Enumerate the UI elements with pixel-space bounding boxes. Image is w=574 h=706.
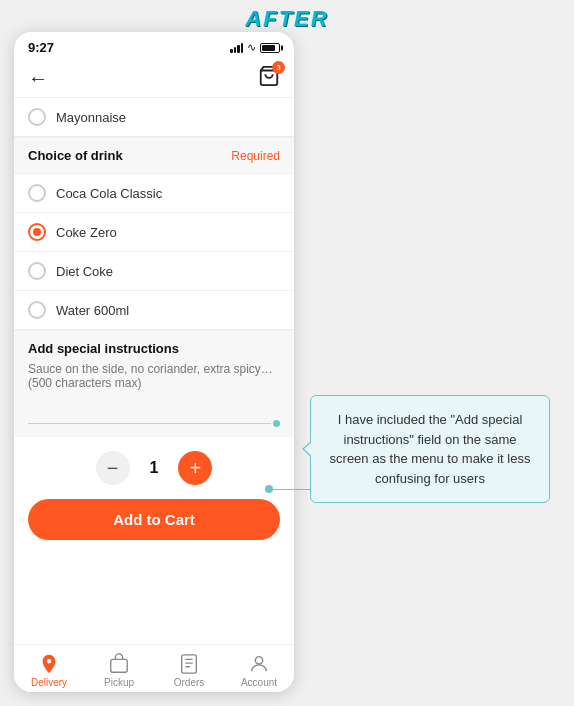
quantity-value: 1 [150,459,159,477]
mayonnaise-label: Mayonnaise [56,110,126,125]
coke-zero-label: Coke Zero [56,225,117,240]
wifi-icon: ∿ [247,41,256,54]
signal-bars-icon [230,43,243,53]
pickup-icon [108,653,130,675]
add-to-cart-button[interactable]: Add to Cart [28,499,280,540]
battery-icon [260,43,280,53]
radio-coca-cola[interactable] [28,184,46,202]
connector-line [270,489,312,490]
special-instructions-title: Add special instructions [28,341,280,356]
water-label: Water 600ml [56,303,129,318]
special-instructions-input[interactable] [28,362,280,412]
status-bar: 9:27 ∿ [14,32,294,59]
drink-option-coke-zero[interactable]: Coke Zero [14,213,294,252]
svg-rect-2 [182,655,197,673]
quantity-row: − 1 + [14,437,294,499]
svg-point-6 [255,657,262,664]
choice-drink-title: Choice of drink [28,148,123,163]
special-instructions-section: Add special instructions [14,330,294,437]
nav-item-delivery[interactable]: Delivery [24,653,74,688]
delivery-label: Delivery [31,677,67,688]
svg-rect-1 [111,659,128,672]
callout-box: I have included the "Add special instruc… [310,395,550,503]
status-time: 9:27 [28,40,54,55]
choice-drink-section-header: Choice of drink Required [14,137,294,174]
radio-water[interactable] [28,301,46,319]
required-badge: Required [231,149,280,163]
delivery-icon [38,653,60,675]
radio-coke-zero-fill [33,228,41,236]
top-nav: ← 3 [14,59,294,98]
radio-diet-coke[interactable] [28,262,46,280]
diet-coke-label: Diet Coke [56,264,113,279]
after-label: AFTER [245,6,328,32]
status-icons: ∿ [230,41,280,54]
cart-button[interactable]: 3 [258,65,280,91]
coca-cola-label: Coca Cola Classic [56,186,162,201]
nav-item-orders[interactable]: Orders [164,653,214,688]
scroll-content[interactable]: Mayonnaise Choice of drink Required Coca… [14,98,294,644]
mayonnaise-radio[interactable] [28,108,46,126]
special-divider [28,423,271,424]
back-button[interactable]: ← [28,67,48,90]
drink-option-coca-cola[interactable]: Coca Cola Classic [14,174,294,213]
add-to-cart-wrap: Add to Cart [14,499,294,550]
orders-icon [178,653,200,675]
nav-item-account[interactable]: Account [234,653,284,688]
nav-item-pickup[interactable]: Pickup [94,653,144,688]
callout-text: I have included the "Add special instruc… [330,412,531,486]
orders-label: Orders [174,677,205,688]
account-icon [248,653,270,675]
bottom-nav: Delivery Pickup Orders Account [14,644,294,692]
mayonnaise-row[interactable]: Mayonnaise [14,98,294,137]
special-dot [273,420,280,427]
special-divider-row [28,420,280,427]
drink-option-diet-coke[interactable]: Diet Coke [14,252,294,291]
drink-option-water[interactable]: Water 600ml [14,291,294,330]
pickup-label: Pickup [104,677,134,688]
account-label: Account [241,677,277,688]
cart-badge: 3 [272,61,285,74]
quantity-plus-button[interactable]: + [178,451,212,485]
radio-coke-zero[interactable] [28,223,46,241]
phone-frame: 9:27 ∿ ← 3 [14,32,294,692]
quantity-minus-button[interactable]: − [96,451,130,485]
